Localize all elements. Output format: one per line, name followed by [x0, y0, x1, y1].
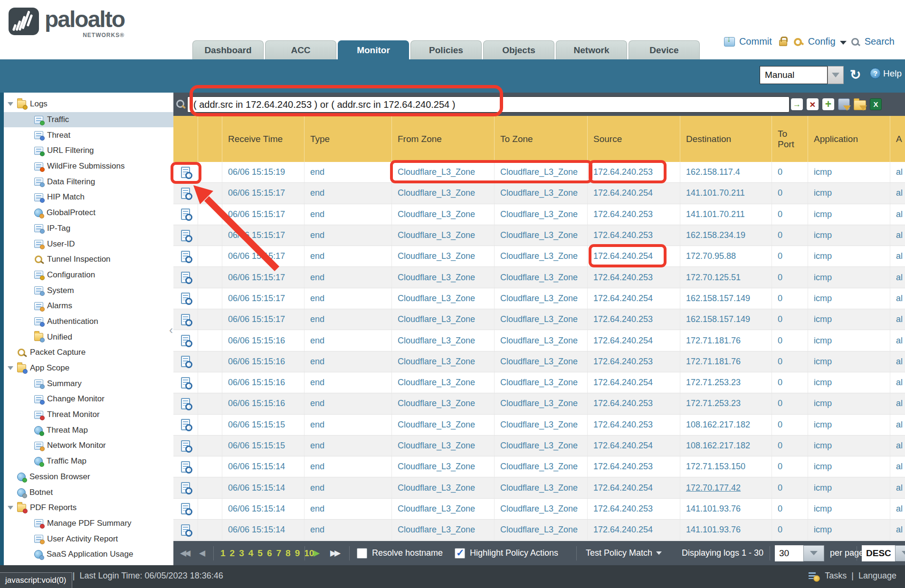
cell-destination[interactable]: 172.71.181.76 — [680, 330, 772, 351]
cell-destination[interactable]: 172.71.253.23 — [680, 393, 772, 414]
cell-application[interactable]: icmp — [808, 204, 890, 225]
filter-query-input[interactable] — [187, 96, 790, 113]
cell-to-zone[interactable]: Cloudflare_L3_Zone — [495, 183, 588, 203]
cell-source[interactable]: 172.64.240.253 — [588, 415, 680, 435]
sidebar-item-threat-monitor[interactable]: Threat Monitor — [4, 407, 173, 423]
cell-to-zone[interactable]: Cloudflare_L3_Zone — [495, 267, 588, 287]
cell-destination[interactable]: 108.162.217.182 — [680, 415, 772, 435]
cell-to-zone[interactable]: Cloudflare_L3_Zone — [495, 225, 588, 246]
cell-source[interactable]: 172.64.240.253 — [588, 351, 680, 372]
page-number-1[interactable]: 1 — [220, 548, 226, 559]
sidebar-item-manage-pdf-summary[interactable]: Manage PDF Summary — [4, 516, 173, 531]
cell-from-zone[interactable]: Cloudflare_L3_Zone — [392, 204, 495, 225]
sidebar-item-threat-map[interactable]: Threat Map — [4, 422, 173, 438]
sidebar-collapse-handle[interactable]: ‹ — [169, 324, 173, 336]
log-detail-icon[interactable] — [181, 524, 190, 536]
first-page-icon[interactable]: ◀◀ — [180, 548, 189, 558]
tab-policies[interactable]: Policies — [410, 40, 482, 59]
sidebar-item-tunnel-inspection[interactable]: Tunnel Inspection — [4, 252, 173, 267]
tab-acc[interactable]: ACC — [265, 40, 336, 59]
cell-application[interactable]: icmp — [808, 246, 890, 266]
sort-order-dropdown-button[interactable] — [895, 545, 905, 561]
cell-to-zone[interactable]: Cloudflare_L3_Zone — [495, 309, 588, 330]
tab-objects[interactable]: Objects — [483, 40, 554, 59]
cell-to-zone[interactable]: Cloudflare_L3_Zone — [495, 393, 588, 414]
cell-application[interactable]: icmp — [808, 225, 890, 246]
sidebar-item-hip-match[interactable]: HIP Match — [4, 190, 173, 205]
log-detail-icon[interactable] — [181, 293, 190, 304]
cell-from-zone[interactable]: Cloudflare_L3_Zone — [392, 351, 495, 372]
sidebar-item-authentication[interactable]: Authentication — [4, 314, 173, 330]
sidebar-item-session-browser[interactable]: Session Browser — [4, 469, 173, 485]
cell-from-zone[interactable]: Cloudflare_L3_Zone — [392, 520, 495, 540]
column-header-source[interactable]: Source — [588, 116, 680, 162]
sidebar-item-unified[interactable]: Unified — [4, 329, 173, 345]
cell-to-zone[interactable]: Cloudflare_L3_Zone — [495, 456, 588, 477]
sidebar-item-pdf-reports[interactable]: PDF Reports — [4, 500, 173, 516]
sidebar-item-traffic-map[interactable]: Traffic Map — [4, 454, 173, 469]
sidebar-item-system[interactable]: System — [4, 283, 173, 298]
language-button[interactable]: Language — [858, 571, 896, 581]
cell-application[interactable]: icmp — [808, 330, 890, 351]
cell-source[interactable]: 172.64.240.253 — [588, 162, 680, 182]
cell-to-zone[interactable]: Cloudflare_L3_Zone — [495, 162, 588, 182]
resolve-hostname-checkbox[interactable] — [357, 548, 367, 559]
log-detail-icon[interactable] — [181, 440, 190, 452]
cell-destination[interactable]: 172.71.253.23 — [680, 372, 772, 393]
next-page-icon[interactable]: ▶ — [314, 548, 318, 558]
column-header-receive-time[interactable]: Receive Time — [222, 116, 305, 162]
config-dropdown-caret-icon[interactable] — [840, 41, 847, 45]
commit-button[interactable]: Commit — [739, 36, 772, 47]
cell-to-port[interactable]: 0 — [772, 393, 808, 414]
expand-triangle-icon[interactable] — [8, 506, 13, 510]
page-size-dropdown-button[interactable] — [803, 545, 824, 561]
cell-source[interactable]: 172.64.240.253 — [588, 393, 680, 414]
log-detail-icon[interactable] — [181, 503, 190, 514]
cell-source[interactable]: 172.64.240.253 — [588, 499, 680, 519]
clear-filter-icon[interactable]: × — [807, 98, 819, 110]
cell-from-zone[interactable]: Cloudflare_L3_Zone — [392, 499, 495, 519]
tab-dashboard[interactable]: Dashboard — [192, 40, 264, 59]
sidebar-item-summary[interactable]: Summary — [4, 376, 173, 391]
last-page-icon[interactable]: ▶▶ — [330, 548, 339, 558]
cell-to-port[interactable]: 0 — [772, 351, 808, 372]
cell-destination[interactable]: 172.71.153.150 — [680, 456, 772, 477]
page-number-4[interactable]: 4 — [248, 548, 254, 559]
sidebar-item-user-id[interactable]: User-ID — [4, 236, 173, 252]
sidebar-item-network-monitor[interactable]: Network Monitor — [4, 438, 173, 454]
cell-application[interactable]: icmp — [808, 162, 890, 182]
cell-to-port[interactable]: 0 — [772, 288, 808, 309]
sidebar-item-wildfire-submissions[interactable]: WildFire Submissions — [4, 159, 173, 174]
cell-from-zone[interactable]: Cloudflare_L3_Zone — [392, 372, 495, 393]
log-detail-icon[interactable] — [181, 356, 190, 367]
cell-source[interactable]: 172.64.240.253 — [588, 225, 680, 246]
cell-source[interactable]: 172.64.240.253 — [588, 204, 680, 225]
search-button[interactable]: Search — [865, 36, 895, 47]
cell-destination[interactable]: 141.101.70.211 — [680, 183, 772, 203]
help-icon[interactable]: ? — [870, 68, 881, 79]
cell-application[interactable]: icmp — [808, 309, 890, 330]
apply-filter-icon[interactable]: → — [791, 98, 803, 110]
cell-destination[interactable]: 141.101.93.76 — [680, 520, 772, 540]
log-detail-icon[interactable] — [181, 335, 190, 346]
cell-application[interactable]: icmp — [808, 393, 890, 414]
cell-to-port[interactable]: 0 — [772, 436, 808, 456]
column-header-type[interactable]: Type — [305, 116, 392, 162]
log-detail-icon[interactable] — [181, 419, 190, 430]
page-number-7[interactable]: 7 — [276, 548, 281, 559]
cell-to-port[interactable]: 0 — [772, 309, 808, 330]
cell-application[interactable]: icmp — [808, 351, 890, 372]
cell-to-port[interactable]: 0 — [772, 372, 808, 393]
cell-to-port[interactable]: 0 — [772, 520, 808, 540]
cell-source[interactable]: 172.64.240.254 — [588, 288, 680, 309]
cell-from-zone[interactable]: Cloudflare_L3_Zone — [392, 267, 495, 287]
cell-source[interactable]: 172.64.240.253 — [588, 267, 680, 287]
cell-from-zone[interactable]: Cloudflare_L3_Zone — [392, 225, 495, 246]
cell-to-zone[interactable]: Cloudflare_L3_Zone — [495, 436, 588, 456]
log-detail-icon[interactable] — [181, 272, 190, 283]
sidebar-item-configuration[interactable]: Configuration — [4, 267, 173, 283]
save-filter-icon[interactable] — [838, 98, 850, 110]
sidebar-item-change-monitor[interactable]: Change Monitor — [4, 391, 173, 407]
cell-application[interactable]: icmp — [808, 288, 890, 309]
cell-application[interactable]: icmp — [808, 183, 890, 203]
